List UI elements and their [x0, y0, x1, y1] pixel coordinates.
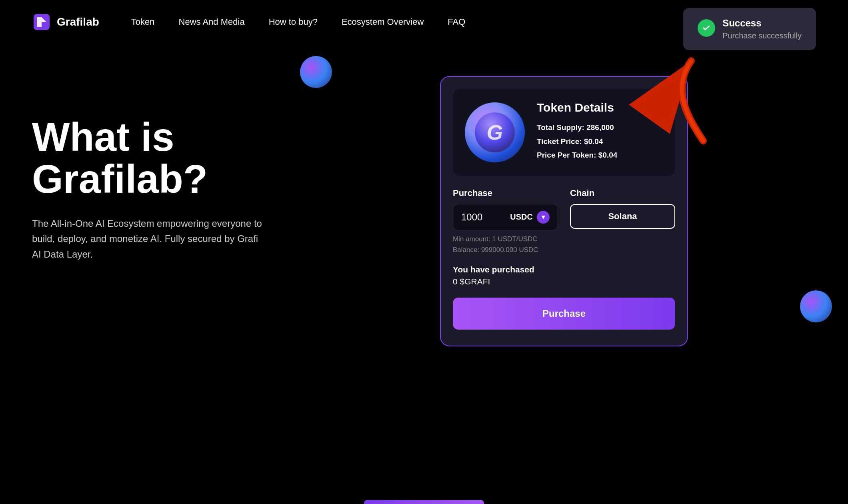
token-details-box: G Token Details Total Supply: 286,000 Ti… [453, 89, 675, 176]
usdc-badge: USDC ▾ [510, 211, 550, 224]
total-supply-row: Total Supply: 286,000 [537, 122, 663, 133]
purchase-section: Purchase USDC ▾ Min amount: 1 USDT/USDC … [441, 176, 687, 330]
orb-bottom-right [800, 290, 832, 322]
purchase-button[interactable]: Purchase [453, 298, 675, 330]
token-logo-inner: G [475, 112, 515, 152]
token-details-title: Token Details [537, 101, 663, 114]
price-per-token-value: $0.04 [598, 151, 618, 159]
price-per-token-label: Price Per Token: [537, 151, 596, 159]
purchased-value: 0 $GRAFI [453, 277, 675, 286]
token-logo: G [465, 102, 525, 162]
nav-ecosystem[interactable]: Ecosystem Overview [342, 17, 424, 27]
token-card: G Token Details Total Supply: 286,000 Ti… [440, 76, 688, 346]
total-supply-label: Total Supply: [537, 123, 584, 132]
chain-column: Chain Solana [570, 188, 675, 229]
logo-area[interactable]: Grafilab [32, 12, 99, 32]
nav-how-to-buy[interactable]: How to buy? [269, 17, 318, 27]
chain-solana-button[interactable]: Solana [570, 204, 675, 229]
ticket-price-value: $0.04 [584, 137, 603, 146]
nav-token[interactable]: Token [131, 17, 155, 27]
purchase-input-wrapper: USDC ▾ [453, 204, 558, 230]
success-title: Success [722, 18, 802, 29]
success-check-icon [698, 19, 715, 37]
nav-links: Token News And Media How to buy? Ecosyst… [131, 17, 758, 27]
hero-text: What is Grafilab? The All-in-One AI Ecos… [32, 68, 312, 262]
purchase-column: Purchase USDC ▾ Min amount: 1 USDT/USDC … [453, 188, 558, 255]
success-text-area: Success Purchase successfully [722, 18, 802, 40]
purchase-amount-input[interactable] [461, 212, 504, 223]
success-subtitle: Purchase successfully [722, 31, 802, 40]
usdc-chevron-icon[interactable]: ▾ [537, 211, 550, 224]
ticket-price-row: Ticket Price: $0.04 [537, 136, 663, 147]
purchase-chain-row: Purchase USDC ▾ Min amount: 1 USDT/USDC … [453, 188, 675, 255]
grafilab-logo-icon [32, 12, 51, 32]
min-amount-hint: Min amount: 1 USDT/USDC Balance: 999000.… [453, 234, 558, 255]
nav-faq[interactable]: FAQ [448, 17, 465, 27]
success-toast: Success Purchase successfully [683, 8, 816, 50]
logo-text: Grafilab [57, 16, 99, 28]
usdc-label: USDC [510, 212, 533, 222]
hero-title: What is Grafilab? [32, 116, 312, 200]
purchased-label: You have purchased [453, 265, 675, 274]
nav-news-media[interactable]: News And Media [179, 17, 245, 27]
hero-description: The All-in-One AI Ecosystem empowering e… [32, 216, 264, 262]
price-per-token-row: Price Per Token: $0.04 [537, 150, 663, 161]
token-info: Token Details Total Supply: 286,000 Tick… [537, 101, 663, 164]
token-card-wrapper: G Token Details Total Supply: 286,000 Ti… [312, 68, 816, 346]
hero-section: What is Grafilab? The All-in-One AI Ecos… [0, 44, 848, 346]
total-supply-value: 286,000 [586, 123, 614, 132]
purchase-label: Purchase [453, 188, 558, 198]
ticket-price-label: Ticket Price: [537, 137, 582, 146]
bottom-progress-bar [364, 500, 484, 504]
orb-top-left [300, 56, 332, 88]
checkmark-icon [702, 23, 711, 33]
chain-label: Chain [570, 188, 675, 198]
purchased-info: You have purchased 0 $GRAFI [453, 265, 675, 286]
token-logo-letter: G [487, 120, 503, 144]
